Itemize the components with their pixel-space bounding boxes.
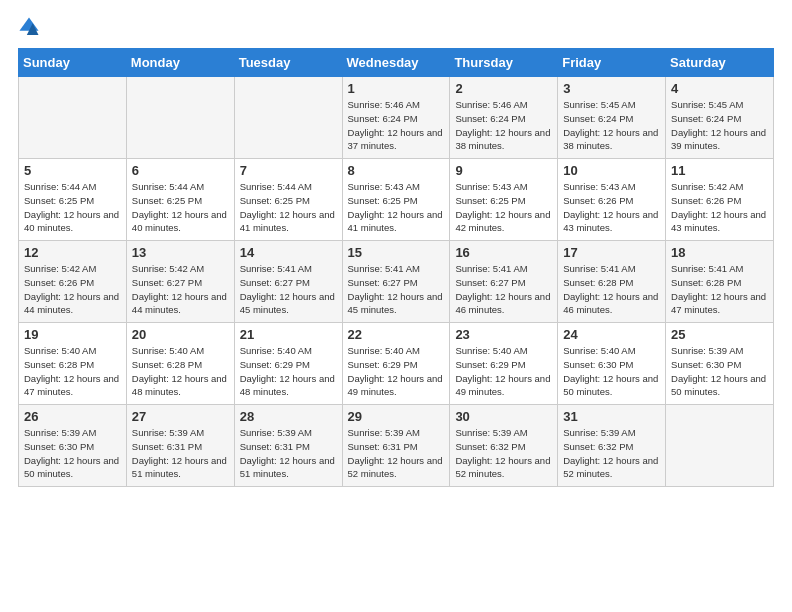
day-info: Sunrise: 5:42 AM Sunset: 6:26 PM Dayligh… <box>24 262 121 317</box>
day-info: Sunrise: 5:39 AM Sunset: 6:32 PM Dayligh… <box>455 426 552 481</box>
day-number: 6 <box>132 163 229 178</box>
calendar-cell: 16Sunrise: 5:41 AM Sunset: 6:27 PM Dayli… <box>450 241 558 323</box>
calendar-cell: 9Sunrise: 5:43 AM Sunset: 6:25 PM Daylig… <box>450 159 558 241</box>
calendar-cell: 24Sunrise: 5:40 AM Sunset: 6:30 PM Dayli… <box>558 323 666 405</box>
calendar-week-row: 19Sunrise: 5:40 AM Sunset: 6:28 PM Dayli… <box>19 323 774 405</box>
calendar-cell: 1Sunrise: 5:46 AM Sunset: 6:24 PM Daylig… <box>342 77 450 159</box>
day-number: 29 <box>348 409 445 424</box>
weekday-header-wednesday: Wednesday <box>342 49 450 77</box>
logo <box>18 16 44 38</box>
weekday-header-friday: Friday <box>558 49 666 77</box>
calendar-week-row: 5Sunrise: 5:44 AM Sunset: 6:25 PM Daylig… <box>19 159 774 241</box>
calendar-week-row: 26Sunrise: 5:39 AM Sunset: 6:30 PM Dayli… <box>19 405 774 487</box>
calendar-cell: 8Sunrise: 5:43 AM Sunset: 6:25 PM Daylig… <box>342 159 450 241</box>
calendar-cell: 2Sunrise: 5:46 AM Sunset: 6:24 PM Daylig… <box>450 77 558 159</box>
calendar-week-row: 12Sunrise: 5:42 AM Sunset: 6:26 PM Dayli… <box>19 241 774 323</box>
header <box>18 16 774 38</box>
day-info: Sunrise: 5:40 AM Sunset: 6:30 PM Dayligh… <box>563 344 660 399</box>
calendar-week-row: 1Sunrise: 5:46 AM Sunset: 6:24 PM Daylig… <box>19 77 774 159</box>
calendar-cell: 3Sunrise: 5:45 AM Sunset: 6:24 PM Daylig… <box>558 77 666 159</box>
day-number: 2 <box>455 81 552 96</box>
calendar-cell: 29Sunrise: 5:39 AM Sunset: 6:31 PM Dayli… <box>342 405 450 487</box>
calendar-cell: 30Sunrise: 5:39 AM Sunset: 6:32 PM Dayli… <box>450 405 558 487</box>
day-number: 14 <box>240 245 337 260</box>
day-number: 9 <box>455 163 552 178</box>
day-info: Sunrise: 5:39 AM Sunset: 6:32 PM Dayligh… <box>563 426 660 481</box>
calendar-cell: 17Sunrise: 5:41 AM Sunset: 6:28 PM Dayli… <box>558 241 666 323</box>
day-info: Sunrise: 5:41 AM Sunset: 6:28 PM Dayligh… <box>563 262 660 317</box>
day-info: Sunrise: 5:40 AM Sunset: 6:29 PM Dayligh… <box>348 344 445 399</box>
day-number: 25 <box>671 327 768 342</box>
day-number: 7 <box>240 163 337 178</box>
calendar-cell <box>126 77 234 159</box>
day-number: 8 <box>348 163 445 178</box>
day-number: 3 <box>563 81 660 96</box>
page: SundayMondayTuesdayWednesdayThursdayFrid… <box>0 0 792 612</box>
calendar-cell: 4Sunrise: 5:45 AM Sunset: 6:24 PM Daylig… <box>666 77 774 159</box>
calendar-cell: 22Sunrise: 5:40 AM Sunset: 6:29 PM Dayli… <box>342 323 450 405</box>
calendar-cell: 13Sunrise: 5:42 AM Sunset: 6:27 PM Dayli… <box>126 241 234 323</box>
calendar-cell: 31Sunrise: 5:39 AM Sunset: 6:32 PM Dayli… <box>558 405 666 487</box>
day-number: 30 <box>455 409 552 424</box>
day-number: 13 <box>132 245 229 260</box>
day-info: Sunrise: 5:41 AM Sunset: 6:27 PM Dayligh… <box>455 262 552 317</box>
day-info: Sunrise: 5:45 AM Sunset: 6:24 PM Dayligh… <box>563 98 660 153</box>
calendar-cell: 6Sunrise: 5:44 AM Sunset: 6:25 PM Daylig… <box>126 159 234 241</box>
day-info: Sunrise: 5:45 AM Sunset: 6:24 PM Dayligh… <box>671 98 768 153</box>
day-number: 23 <box>455 327 552 342</box>
logo-icon <box>18 16 40 38</box>
day-info: Sunrise: 5:43 AM Sunset: 6:25 PM Dayligh… <box>348 180 445 235</box>
day-info: Sunrise: 5:40 AM Sunset: 6:28 PM Dayligh… <box>132 344 229 399</box>
calendar-cell: 12Sunrise: 5:42 AM Sunset: 6:26 PM Dayli… <box>19 241 127 323</box>
calendar-cell: 14Sunrise: 5:41 AM Sunset: 6:27 PM Dayli… <box>234 241 342 323</box>
day-number: 11 <box>671 163 768 178</box>
calendar-cell: 7Sunrise: 5:44 AM Sunset: 6:25 PM Daylig… <box>234 159 342 241</box>
day-number: 16 <box>455 245 552 260</box>
day-info: Sunrise: 5:44 AM Sunset: 6:25 PM Dayligh… <box>132 180 229 235</box>
day-info: Sunrise: 5:42 AM Sunset: 6:27 PM Dayligh… <box>132 262 229 317</box>
day-number: 4 <box>671 81 768 96</box>
day-info: Sunrise: 5:41 AM Sunset: 6:27 PM Dayligh… <box>240 262 337 317</box>
svg-marker-0 <box>19 17 38 30</box>
day-info: Sunrise: 5:39 AM Sunset: 6:30 PM Dayligh… <box>671 344 768 399</box>
calendar-cell: 11Sunrise: 5:42 AM Sunset: 6:26 PM Dayli… <box>666 159 774 241</box>
calendar-cell: 21Sunrise: 5:40 AM Sunset: 6:29 PM Dayli… <box>234 323 342 405</box>
day-info: Sunrise: 5:40 AM Sunset: 6:29 PM Dayligh… <box>455 344 552 399</box>
weekday-header-saturday: Saturday <box>666 49 774 77</box>
day-info: Sunrise: 5:39 AM Sunset: 6:31 PM Dayligh… <box>132 426 229 481</box>
day-info: Sunrise: 5:42 AM Sunset: 6:26 PM Dayligh… <box>671 180 768 235</box>
calendar-cell: 26Sunrise: 5:39 AM Sunset: 6:30 PM Dayli… <box>19 405 127 487</box>
day-info: Sunrise: 5:41 AM Sunset: 6:28 PM Dayligh… <box>671 262 768 317</box>
day-info: Sunrise: 5:46 AM Sunset: 6:24 PM Dayligh… <box>455 98 552 153</box>
calendar-cell: 25Sunrise: 5:39 AM Sunset: 6:30 PM Dayli… <box>666 323 774 405</box>
calendar-cell: 5Sunrise: 5:44 AM Sunset: 6:25 PM Daylig… <box>19 159 127 241</box>
day-number: 18 <box>671 245 768 260</box>
day-number: 21 <box>240 327 337 342</box>
calendar-cell: 15Sunrise: 5:41 AM Sunset: 6:27 PM Dayli… <box>342 241 450 323</box>
day-number: 15 <box>348 245 445 260</box>
calendar-cell: 20Sunrise: 5:40 AM Sunset: 6:28 PM Dayli… <box>126 323 234 405</box>
calendar-cell: 18Sunrise: 5:41 AM Sunset: 6:28 PM Dayli… <box>666 241 774 323</box>
calendar-cell: 28Sunrise: 5:39 AM Sunset: 6:31 PM Dayli… <box>234 405 342 487</box>
day-number: 1 <box>348 81 445 96</box>
calendar-cell: 23Sunrise: 5:40 AM Sunset: 6:29 PM Dayli… <box>450 323 558 405</box>
day-number: 19 <box>24 327 121 342</box>
day-number: 17 <box>563 245 660 260</box>
day-info: Sunrise: 5:40 AM Sunset: 6:29 PM Dayligh… <box>240 344 337 399</box>
day-number: 5 <box>24 163 121 178</box>
day-info: Sunrise: 5:39 AM Sunset: 6:30 PM Dayligh… <box>24 426 121 481</box>
day-number: 12 <box>24 245 121 260</box>
weekday-header-sunday: Sunday <box>19 49 127 77</box>
day-info: Sunrise: 5:41 AM Sunset: 6:27 PM Dayligh… <box>348 262 445 317</box>
calendar-cell: 19Sunrise: 5:40 AM Sunset: 6:28 PM Dayli… <box>19 323 127 405</box>
day-info: Sunrise: 5:44 AM Sunset: 6:25 PM Dayligh… <box>24 180 121 235</box>
day-number: 26 <box>24 409 121 424</box>
calendar-table: SundayMondayTuesdayWednesdayThursdayFrid… <box>18 48 774 487</box>
day-info: Sunrise: 5:40 AM Sunset: 6:28 PM Dayligh… <box>24 344 121 399</box>
day-number: 22 <box>348 327 445 342</box>
calendar-cell: 10Sunrise: 5:43 AM Sunset: 6:26 PM Dayli… <box>558 159 666 241</box>
weekday-header-monday: Monday <box>126 49 234 77</box>
day-info: Sunrise: 5:39 AM Sunset: 6:31 PM Dayligh… <box>348 426 445 481</box>
calendar-header-row: SundayMondayTuesdayWednesdayThursdayFrid… <box>19 49 774 77</box>
day-info: Sunrise: 5:44 AM Sunset: 6:25 PM Dayligh… <box>240 180 337 235</box>
